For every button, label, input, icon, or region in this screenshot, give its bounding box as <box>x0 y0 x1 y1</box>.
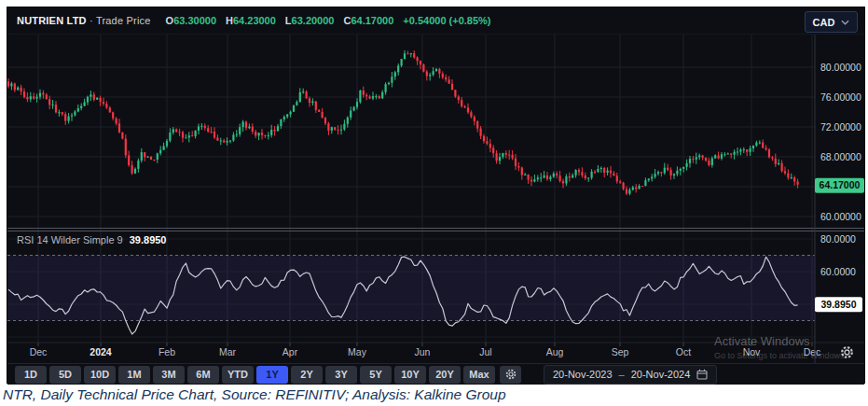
candle <box>353 106 355 112</box>
candle <box>195 131 197 139</box>
range-button-6m[interactable]: 6M <box>187 366 219 384</box>
candle <box>157 153 158 163</box>
time-axis-label: Oct <box>676 346 691 357</box>
candle <box>755 141 757 147</box>
range-button-ytd[interactable]: YTD <box>222 366 254 384</box>
candle <box>480 126 482 139</box>
time-axis-label: Aug <box>546 346 564 357</box>
candle <box>375 94 377 100</box>
range-button-1d[interactable]: 1D <box>15 366 47 384</box>
candle <box>762 139 764 148</box>
candle <box>77 105 79 112</box>
candle <box>36 93 38 102</box>
candle <box>752 146 754 152</box>
panel-separator[interactable] <box>7 229 864 231</box>
range-button-10y[interactable]: 10Y <box>394 366 426 384</box>
candle <box>413 50 415 59</box>
candle <box>277 124 279 132</box>
candle <box>448 77 450 84</box>
candle <box>610 166 612 178</box>
range-button-3m[interactable]: 3M <box>153 366 185 384</box>
candle <box>334 127 336 131</box>
chart-widget: NUTRIEN LTD · Trade Price O63.30000 H64.… <box>7 7 865 385</box>
candle <box>544 171 545 178</box>
rsi-axis[interactable]: 80.000060.000039.8950 <box>815 233 862 313</box>
date-range-picker[interactable]: 20-Nov-2023 – 20-Nov-2024 <box>544 365 717 385</box>
range-button-20y[interactable]: 20Y <box>429 366 461 384</box>
time-axis[interactable]: Dec2024FebMarAprMayJunJulAugSepOctNovDec <box>7 343 864 357</box>
candle <box>391 72 393 87</box>
candle <box>546 172 548 181</box>
candle <box>486 136 488 145</box>
candle <box>21 85 22 95</box>
candle <box>236 130 238 137</box>
candle <box>680 168 682 175</box>
candle <box>223 139 225 143</box>
gear-icon <box>504 368 517 381</box>
candle <box>401 59 403 67</box>
candle <box>71 113 73 121</box>
candle <box>166 139 168 148</box>
symbol-title: NUTRIEN LTD · Trade Price <box>17 15 151 26</box>
candle <box>141 148 143 162</box>
candle <box>689 156 691 168</box>
candle <box>327 122 329 135</box>
candle <box>90 91 91 101</box>
candle <box>137 159 139 173</box>
candle <box>540 173 542 182</box>
time-axis-label: Nov <box>743 346 761 357</box>
candle <box>686 160 688 171</box>
candle <box>702 155 704 161</box>
range-button-3y[interactable]: 3Y <box>325 366 357 384</box>
chart-settings-button[interactable] <box>500 366 521 384</box>
candle <box>264 134 266 137</box>
candle <box>200 123 202 130</box>
candle <box>616 173 618 184</box>
range-button-5d[interactable]: 5D <box>49 366 81 384</box>
candle <box>648 178 650 182</box>
candle <box>74 110 76 117</box>
range-button-max[interactable]: Max <box>463 366 495 384</box>
candle <box>163 143 165 150</box>
candle <box>664 163 666 175</box>
time-axis-label: 2024 <box>90 346 112 357</box>
chevron-down-icon <box>841 20 849 25</box>
candle <box>768 148 770 159</box>
candle <box>781 161 783 173</box>
candle <box>112 112 114 121</box>
candle <box>248 123 250 129</box>
candle <box>46 93 48 100</box>
currency-selector[interactable]: CAD <box>805 11 858 33</box>
candle <box>438 68 440 78</box>
candle <box>214 127 215 139</box>
candle <box>394 71 396 80</box>
calendar-icon <box>696 369 708 380</box>
candle <box>369 95 371 100</box>
axis-settings-button[interactable] <box>839 344 855 364</box>
chart-canvas[interactable]: Dec2024FebMarAprMayJunJulAugSepOctNovDec… <box>7 35 864 363</box>
candle <box>750 146 751 156</box>
candle <box>559 171 561 183</box>
candle <box>628 188 630 195</box>
candle <box>105 101 107 109</box>
candle <box>530 176 532 186</box>
range-button-1y[interactable]: 1Y <box>256 366 288 384</box>
candle <box>385 82 387 95</box>
candle <box>283 115 285 121</box>
high-value: H64.23000 <box>226 15 276 26</box>
rsi-indicator-label[interactable]: RSI 14 Wilder Simple 939.8950 <box>17 234 166 245</box>
price-axis[interactable]: 80.0000076.0000072.0000068.0000060.00000… <box>815 62 864 222</box>
candle <box>676 166 678 175</box>
range-button-2y[interactable]: 2Y <box>291 366 323 384</box>
range-button-1m[interactable]: 1M <box>118 366 150 384</box>
candle <box>508 150 510 160</box>
candle <box>30 92 32 103</box>
candle <box>619 180 621 184</box>
candle <box>10 82 12 91</box>
candle <box>340 125 342 135</box>
candle <box>331 127 333 134</box>
candle <box>207 125 209 133</box>
range-button-10d[interactable]: 10D <box>84 366 116 384</box>
range-button-5y[interactable]: 5Y <box>360 366 392 384</box>
symbol-name: NUTRIEN LTD <box>17 15 87 26</box>
